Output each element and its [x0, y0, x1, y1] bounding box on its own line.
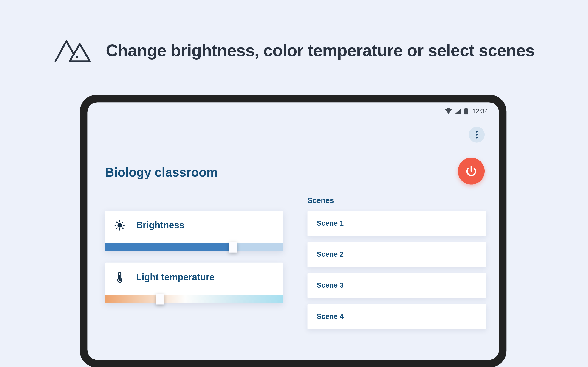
tablet-frame: 12:34 Biology classroom — [80, 95, 506, 367]
temperature-slider-thumb[interactable] — [156, 294, 164, 305]
scene-item[interactable]: Scene 3 — [308, 273, 486, 298]
svg-line-10 — [122, 228, 123, 229]
brightness-icon — [114, 220, 125, 231]
scene-item[interactable]: Scene 4 — [308, 304, 486, 329]
tablet-screen: 12:34 Biology classroom — [87, 102, 499, 360]
brightness-label: Brightness — [136, 220, 184, 231]
thermometer-icon — [114, 272, 125, 283]
temperature-label: Light temperature — [136, 272, 215, 283]
status-bar: 12:34 — [445, 107, 488, 115]
cellular-signal-icon — [455, 108, 461, 114]
svg-line-11 — [116, 228, 117, 229]
more-vertical-icon — [476, 131, 477, 139]
more-menu-button[interactable] — [469, 127, 485, 142]
power-icon — [465, 165, 477, 177]
battery-icon — [464, 108, 468, 114]
svg-rect-2 — [466, 108, 467, 109]
svg-rect-1 — [464, 108, 468, 115]
svg-point-0 — [76, 56, 78, 58]
scenes-heading: Scenes — [308, 196, 486, 205]
status-time: 12:34 — [472, 107, 488, 115]
temperature-slider[interactable] — [105, 295, 283, 303]
svg-point-4 — [117, 223, 122, 227]
temperature-card: Light temperature — [105, 263, 283, 303]
scene-item[interactable]: Scene 1 — [308, 211, 486, 236]
brightness-card: Brightness — [105, 211, 283, 251]
power-button[interactable] — [458, 158, 485, 185]
hero-title: Change brightness, color temperature or … — [106, 41, 535, 60]
mountains-icon — [54, 37, 92, 64]
brightness-slider[interactable] — [105, 243, 283, 251]
brightness-fill — [105, 243, 233, 251]
svg-line-12 — [122, 222, 123, 223]
wifi-icon — [445, 108, 452, 114]
room-title: Biology classroom — [105, 165, 218, 179]
hero-header: Change brightness, color temperature or … — [54, 37, 535, 64]
svg-line-9 — [116, 222, 117, 223]
scene-item[interactable]: Scene 2 — [308, 242, 486, 267]
brightness-slider-thumb[interactable] — [229, 242, 237, 252]
